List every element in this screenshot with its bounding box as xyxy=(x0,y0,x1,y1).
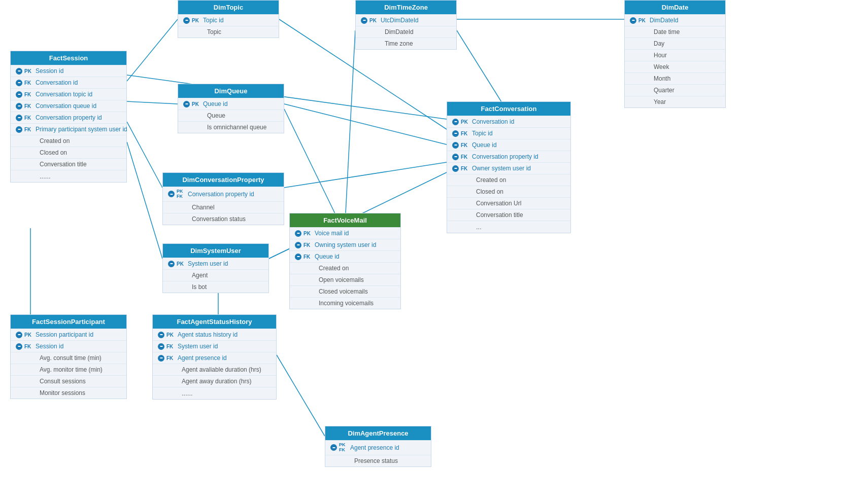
table-row: Quarter xyxy=(625,84,725,96)
table-header-dimtimezone: DimTimeZone xyxy=(356,1,456,14)
table-header-factconversation: FactConversation xyxy=(447,102,570,116)
table-row: FKTopic id xyxy=(447,127,570,139)
pk-badge: PK xyxy=(192,101,201,107)
table-row: FKQueue id xyxy=(447,139,570,151)
row-label: Conversation topic id xyxy=(36,91,92,98)
key-icon xyxy=(16,332,22,338)
row-label: System user id xyxy=(188,260,228,267)
table-header-dimtopic: DimTopic xyxy=(178,1,279,14)
row-label: Owner system user id xyxy=(472,165,531,172)
pk-badge: PK xyxy=(177,261,186,267)
table-row: PKSession id xyxy=(11,65,126,77)
row-label: Agent xyxy=(192,272,208,279)
row-label: Owning system user id xyxy=(315,241,376,248)
row-label: Open voicemails xyxy=(319,276,364,283)
key-icon xyxy=(168,191,175,197)
key-icon xyxy=(630,17,636,24)
table-row: Month xyxy=(625,73,725,84)
row-label: Avg. consult time (min) xyxy=(40,354,101,362)
row-label: Conversation property id xyxy=(36,114,102,121)
row-label: Quarter xyxy=(654,87,674,94)
key-icon xyxy=(361,17,367,24)
table-dimtopic: DimTopicPKTopic idTopic xyxy=(178,0,279,38)
fk-badge: FK xyxy=(166,355,176,361)
table-row: Conversation status xyxy=(163,213,284,225)
table-row: PKDimDateId xyxy=(625,14,725,26)
table-row: FKQueue id xyxy=(290,250,400,262)
row-label: Consult sessions xyxy=(40,378,86,385)
table-row: Week xyxy=(625,61,725,73)
table-row: Channel xyxy=(163,201,284,213)
key-icon xyxy=(295,254,301,260)
table-row: FKConversation queue id xyxy=(11,100,126,112)
pk-badge: PK xyxy=(303,231,313,236)
row-label: Incoming voicemails xyxy=(319,300,374,307)
row-label: Closed voicemails xyxy=(319,288,368,295)
table-row: Created on xyxy=(11,135,126,147)
table-row: PKConversation id xyxy=(447,116,570,127)
row-label: System user id xyxy=(178,343,218,350)
table-dimtimezone: DimTimeZonePKUtcDimDateIdDimDateIdTime z… xyxy=(355,0,457,50)
table-row: Hour xyxy=(625,49,725,61)
table-row: Conversation title xyxy=(11,158,126,170)
row-label: DimDateId xyxy=(650,17,679,24)
row-label: Agent away duration (hrs) xyxy=(182,378,251,385)
key-icon xyxy=(158,332,164,338)
key-icon xyxy=(158,343,164,350)
fk-badge: FK xyxy=(303,242,313,248)
table-header-dimsystemuser: DimSystemUser xyxy=(163,244,268,258)
table-row: Conversation title xyxy=(447,209,570,221)
svg-line-16 xyxy=(457,30,507,112)
row-label: Presence status xyxy=(354,457,398,464)
row-label: Conversation title xyxy=(476,211,523,219)
pk-badge: PK xyxy=(369,18,379,23)
key-icon xyxy=(295,230,301,237)
svg-line-13 xyxy=(277,355,325,436)
row-label: Created on xyxy=(476,176,506,184)
fk-badge: FK xyxy=(24,80,33,86)
table-row: Incoming voicemails xyxy=(290,297,400,309)
row-label: DimDateId xyxy=(385,28,414,35)
table-row: PKUtcDimDateId xyxy=(356,14,456,26)
table-dimdate: DimDatePKDimDateIdDate timeDayHourWeekMo… xyxy=(624,0,726,108)
row-label: Queue id xyxy=(203,100,228,107)
row-label: Year xyxy=(654,98,666,105)
table-row: PKSession participant id xyxy=(11,329,126,340)
row-label: Avg. monitor time (min) xyxy=(40,366,103,373)
svg-line-5 xyxy=(284,104,447,145)
fk-badge: FK xyxy=(24,115,33,121)
row-label: UtcDimDateId xyxy=(381,17,419,24)
table-row: Agent away duration (hrs) xyxy=(153,375,276,387)
table-factsessionparticipant: FactSessionParticipantPKSession particip… xyxy=(10,314,127,399)
row-label: Conversation id xyxy=(36,79,78,86)
row-label: Topic id xyxy=(472,130,493,137)
key-icon xyxy=(452,119,459,125)
table-header-dimconversationproperty: DimConversationProperty xyxy=(163,173,284,187)
row-label: Closed on xyxy=(476,188,503,195)
row-label: ... xyxy=(476,223,482,231)
svg-line-15 xyxy=(345,30,355,223)
table-row: FKOwning system user id xyxy=(290,239,400,250)
table-row: PKSystem user id xyxy=(163,258,268,269)
table-row: ...... xyxy=(11,170,126,182)
row-label: Voice mail id xyxy=(315,230,349,237)
row-label: Queue xyxy=(207,112,225,119)
table-row: DimDateId xyxy=(356,26,456,38)
pk-fk-badge: PK FK xyxy=(177,189,186,199)
row-label: Is omnichannel queue xyxy=(207,124,266,131)
table-row: FKSession id xyxy=(11,340,126,352)
svg-line-7 xyxy=(284,162,447,188)
key-icon xyxy=(158,355,164,362)
pk-badge: PK xyxy=(461,119,470,125)
row-label: Hour xyxy=(654,52,667,59)
key-icon xyxy=(452,165,459,172)
fk-badge: FK xyxy=(303,254,313,260)
key-icon xyxy=(16,103,22,110)
row-label: Agent presence id xyxy=(178,354,227,362)
table-header-dimqueue: DimQueue xyxy=(178,84,284,98)
table-factvoicemail: FactVoiceMailPKVoice mail idFKOwning sys… xyxy=(289,213,401,309)
row-label: Topic id xyxy=(203,17,224,24)
key-icon xyxy=(16,80,22,86)
table-row: Conversation Url xyxy=(447,197,570,209)
table-row: Day xyxy=(625,38,725,49)
